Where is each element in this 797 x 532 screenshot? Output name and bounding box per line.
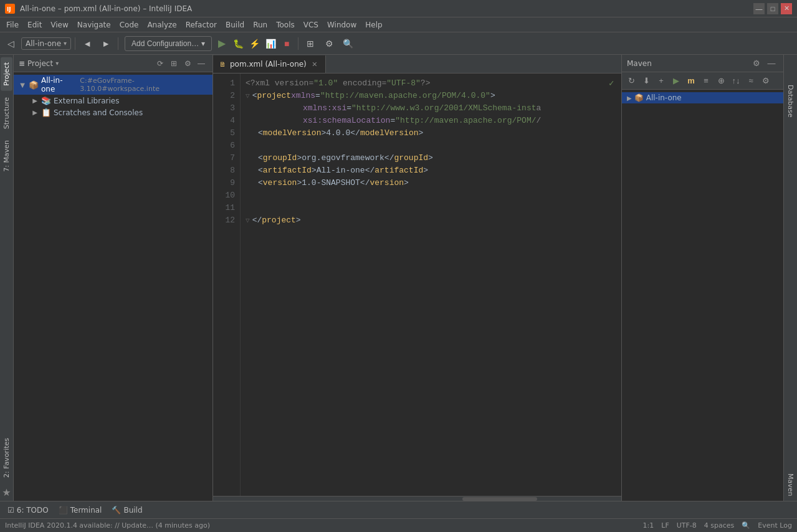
editor-tab-label: pom.xml (All-in-one) xyxy=(230,60,307,69)
maven-module-icon: 📦 xyxy=(634,93,644,102)
editor-tab-close[interactable]: ✕ xyxy=(310,60,319,69)
editor-area: 🗎 pom.xml (All-in-one) ✕ 1 2 3 4 5 6 7 8… xyxy=(213,55,621,501)
menu-run[interactable]: Run xyxy=(249,19,271,31)
maven-m-button[interactable]: m xyxy=(684,74,698,88)
build-icon: 🔨 xyxy=(112,506,121,515)
minimize-button[interactable]: — xyxy=(753,3,765,14)
maven-minimize-button[interactable]: — xyxy=(765,57,778,70)
title-bar-left: IJ All-in-one – pom.xml (All-in-one) – I… xyxy=(5,4,192,14)
main-area: Project Structure 7: Maven 2: Favorites … xyxy=(0,55,797,501)
maven-sort-button[interactable]: ↑↓ xyxy=(729,74,743,88)
menu-navigate[interactable]: Navigate xyxy=(74,19,115,31)
scratches-icon: 📋 xyxy=(41,108,51,117)
maven-run-button[interactable]: ▶ xyxy=(669,74,683,88)
maven-toggle-offline[interactable]: ⊕ xyxy=(714,74,728,88)
menu-help[interactable]: Help xyxy=(361,19,386,31)
run-area: ▶ 🐛 ⚡ 📊 ■ xyxy=(214,36,294,51)
project-panel-header: ≡ Project ▾ ⟳ ⊞ ⚙ — xyxy=(14,55,212,72)
todo-icon: ☑ xyxy=(7,506,14,515)
run-button[interactable]: ▶ xyxy=(214,36,229,51)
maven-settings-button[interactable]: ⚙ xyxy=(750,57,763,70)
right-tab-maven-vertical[interactable]: Maven xyxy=(785,468,796,501)
encoding[interactable]: UTF-8 xyxy=(677,521,697,530)
code-line-9: <version>1.0-SNAPSHOT</version> xyxy=(246,177,616,189)
maven-collapse-button[interactable]: ≈ xyxy=(744,74,758,88)
expand-panel-button[interactable]: ⊞ xyxy=(168,57,180,70)
maven-header-actions: ⚙ — xyxy=(750,57,778,70)
tree-item-external-libs[interactable]: ▶ 📚 External Libraries xyxy=(14,95,212,107)
sync-panel-button[interactable]: ⟳ xyxy=(154,57,166,70)
hide-panel-button[interactable]: — xyxy=(195,57,208,70)
maven-panel-header: Maven ⚙ — xyxy=(622,55,783,72)
fold-12[interactable]: ▽ xyxy=(246,214,250,227)
menu-build[interactable]: Build xyxy=(222,19,248,31)
project-structure-button[interactable]: ⊞ xyxy=(302,36,318,52)
main-toolbar: ◁ All-in-one ▾ ◄ ► Add Configuration… ▾ … xyxy=(0,32,797,55)
sidebar-tab-structure[interactable]: Structure xyxy=(1,92,12,134)
code-editor[interactable]: ✓ <?xml version="1.0" encoding="UTF-8"?>… xyxy=(241,74,621,496)
maven-refresh-button[interactable]: ↻ xyxy=(624,74,638,88)
maven-item-all-in-one[interactable]: ▶ 📦 All-in-one xyxy=(622,92,783,103)
coverage-button[interactable]: ⚡ xyxy=(247,36,262,51)
code-line-10 xyxy=(246,189,616,202)
title-bar-controls: — □ ✕ xyxy=(753,3,792,14)
navigate-back-button[interactable]: ◄ xyxy=(79,36,95,52)
indent[interactable]: 4 spaces xyxy=(704,521,735,530)
menu-file[interactable]: File xyxy=(2,19,22,31)
menu-refactor[interactable]: Refactor xyxy=(182,19,221,31)
tree-label-external-libs: External Libraries xyxy=(54,97,119,105)
maven-title: Maven xyxy=(627,59,652,68)
maven-settings2-button[interactable]: ⚙ xyxy=(759,74,773,88)
close-button[interactable]: ✕ xyxy=(781,3,792,14)
menu-edit[interactable]: Edit xyxy=(24,19,45,31)
search-everywhere-button[interactable]: 🔍 xyxy=(340,36,356,52)
add-configuration-button[interactable]: Add Configuration… ▾ xyxy=(125,36,212,51)
project-panel-dropdown-icon[interactable]: ▾ xyxy=(55,60,59,67)
code-line-3: xmlns:xsi="http://www.w3.org/2001/XMLSch… xyxy=(246,102,616,115)
event-log[interactable]: Event Log xyxy=(758,521,792,530)
maven-download-sources-button[interactable]: ⬇ xyxy=(639,74,653,88)
stop-button[interactable]: ■ xyxy=(279,36,294,51)
project-panel-label: Project xyxy=(27,59,53,68)
debug-button[interactable]: 🐛 xyxy=(231,36,246,51)
tree-path-project: C:#eGovFrame-3.10.0#workspace.inte xyxy=(80,77,208,93)
back-button[interactable]: ◁ xyxy=(2,36,19,52)
toolbar-separator-1 xyxy=(75,37,75,50)
settings-button[interactable]: ⚙ xyxy=(321,36,337,52)
maven-toolbar: ↻ ⬇ + ▶ m ≡ ⊕ ↑↓ ≈ ⚙ xyxy=(622,72,783,90)
sidebar-tab-project[interactable]: Project xyxy=(1,57,12,91)
bottom-tabs: ☑ 6: TODO ⬛ Terminal 🔨 Build xyxy=(0,501,797,518)
tree-item-all-in-one[interactable]: ▼ 📦 All-in-one C:#eGovFrame-3.10.0#works… xyxy=(14,75,212,95)
fold-2[interactable]: ▽ xyxy=(246,90,250,102)
maximize-button[interactable]: □ xyxy=(767,3,778,14)
bottom-tab-terminal[interactable]: ⬛ Terminal xyxy=(54,503,107,517)
menu-window[interactable]: Window xyxy=(323,19,360,31)
profile-button[interactable]: 📊 xyxy=(263,36,278,51)
sidebar-tab-favorites[interactable]: 2: Favorites xyxy=(1,433,12,483)
bottom-tab-todo[interactable]: ☑ 6: TODO xyxy=(2,503,54,517)
horizontal-scrollbar[interactable] xyxy=(462,497,537,501)
maven-phases-button[interactable]: ≡ xyxy=(699,74,713,88)
pin-icon[interactable]: ★ xyxy=(2,487,11,498)
project-selector[interactable]: All-in-one ▾ xyxy=(21,37,71,50)
terminal-label: Terminal xyxy=(70,506,102,515)
maven-add-button[interactable]: + xyxy=(654,74,668,88)
menu-vcs[interactable]: VCS xyxy=(300,19,322,31)
right-tab-database[interactable]: Database xyxy=(785,80,796,123)
menu-code[interactable]: Code xyxy=(116,19,143,31)
line-ending[interactable]: LF xyxy=(661,521,669,530)
status-bar: IntelliJ IDEA 2020.1.4 available: // Upd… xyxy=(0,518,797,532)
editor-tab-pom-xml[interactable]: 🗎 pom.xml (All-in-one) ✕ xyxy=(213,55,326,73)
tree-item-scratches[interactable]: ▶ 📋 Scratches and Consoles xyxy=(14,107,212,118)
cursor-position[interactable]: 1:1 xyxy=(643,521,654,530)
navigate-forward-button[interactable]: ► xyxy=(98,36,114,52)
tree-arrow-external-libs: ▶ xyxy=(31,97,39,105)
menu-analyze[interactable]: Analyze xyxy=(143,19,180,31)
sidebar-tab-maven[interactable]: 7: Maven xyxy=(1,135,12,177)
maven-tree: ▶ 📦 All-in-one xyxy=(622,90,783,501)
project-label: All-in-one xyxy=(26,39,61,48)
menu-view[interactable]: View xyxy=(47,19,72,31)
bottom-tab-build[interactable]: 🔨 Build xyxy=(107,503,147,517)
settings-panel-button[interactable]: ⚙ xyxy=(181,57,194,70)
menu-tools[interactable]: Tools xyxy=(272,19,298,31)
